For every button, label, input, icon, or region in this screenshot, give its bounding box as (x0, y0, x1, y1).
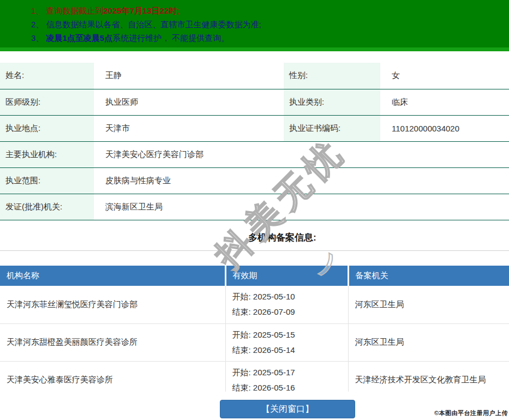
query-result-page: 1、 查询数据截止到2025年7月13日22时; 2、 信息数据结果以各省、自治… (0, 0, 509, 420)
notice-1-suffix: ; (177, 6, 179, 15)
validity-start: 开始: 2025-05-10 (232, 289, 348, 304)
field-value-cert-code: 110120000034020 (380, 115, 509, 141)
notice-1-bold: 2025年7月13日22时 (104, 6, 177, 15)
field-label-name: 姓名: (0, 63, 94, 89)
table-row: 天津河东菲丝澜玺悦医疗美容门诊部 开始: 2025-05-10 结束: 2026… (0, 286, 509, 323)
notice-3-text: 3、 (31, 33, 46, 43)
divider-line (0, 250, 509, 251)
table-row: 执业地点: 天津市 执业证书编码: 110120000034020 (0, 115, 509, 141)
field-value-name: 王静 (94, 63, 284, 89)
field-label-level: 医师级别: (0, 89, 94, 115)
notice-line-3: 3、 凌晨1点至凌晨5点系统进行维护， 不能提供查询。 (31, 31, 509, 45)
banner-bottom-strip (0, 47, 509, 51)
table-row: 执业范围: 皮肤病与性病专业 (0, 167, 509, 194)
field-label-location: 执业地点: (0, 115, 94, 141)
doctor-info-table: 姓名: 王静 性别: 女 医师级别: 执业医师 执业类别: 临床 执业地点: 天… (0, 63, 509, 220)
filing-table: 机构名称 有效期 备案机关 天津河东菲丝澜玺悦医疗美容门诊部 开始: 2025-… (0, 266, 509, 392)
filing-table-container: 机构名称 有效期 备案机关 天津河东菲丝澜玺悦医疗美容门诊部 开始: 2025-… (0, 266, 509, 392)
notice-3-bold: 凌晨1点至凌晨5点 (46, 33, 113, 43)
validity-period: 开始: 2025-05-15 结束: 2026-05-14 (225, 323, 348, 361)
upload-credit-text: ©本图由平台注册用户上传 (434, 409, 508, 417)
field-value-gender: 女 (380, 63, 509, 89)
filing-authority: 河东区卫生局 (348, 286, 509, 323)
notice-2-text: 2、 信息数据结果以各省、自治区、直辖市卫生健康委数据为准; (31, 20, 261, 29)
institution-name: 天津美安心雅泰医疗美容诊所 (0, 361, 225, 392)
table-row: 天津河东甜橙盈美丽颜医疗美容诊所 开始: 2025-05-15 结束: 2026… (0, 323, 509, 361)
validity-period: 开始: 2025-05-10 结束: 2026-07-09 (225, 286, 348, 323)
field-label-cert-code: 执业证书编码: (284, 115, 380, 141)
field-value-location: 天津市 (94, 115, 284, 141)
notice-banner: 1、 查询数据截止到2025年7月13日22时; 2、 信息数据结果以各省、自治… (0, 0, 509, 51)
filing-authority: 河东区卫生局 (348, 323, 509, 361)
field-label-issuing-authority: 发证(批准)机关: (0, 194, 94, 220)
close-window-button[interactable]: 【关闭窗口】 (220, 400, 355, 418)
field-label-main-institution: 主要执业机构: (0, 141, 94, 167)
field-label-category: 执业类别: (284, 89, 380, 115)
field-value-level: 执业医师 (94, 89, 284, 115)
validity-end: 结束: 2026-07-09 (232, 304, 348, 320)
field-value-issuing-authority: 滨海新区卫生局 (94, 194, 509, 220)
col-header-authority: 备案机关 (348, 266, 509, 286)
col-header-validity: 有效期 (225, 266, 348, 286)
table-row: 医师级别: 执业医师 执业类别: 临床 (0, 89, 509, 115)
table-row: 姓名: 王静 性别: 女 (0, 63, 509, 89)
validity-period: 开始: 2025-05-17 结束: 2026-05-16 (225, 361, 348, 392)
field-value-category: 临床 (380, 89, 509, 115)
multi-institution-heading: 多机构备案信息: (248, 231, 316, 244)
field-value-scope: 皮肤病与性病专业 (94, 167, 509, 194)
table-row: 发证(批准)机关: 滨海新区卫生局 (0, 194, 509, 220)
institution-name: 天津河东菲丝澜玺悦医疗美容门诊部 (0, 286, 225, 323)
validity-end: 结束: 2026-05-14 (232, 343, 348, 358)
validity-start: 开始: 2025-05-17 (232, 365, 348, 380)
institution-name: 天津河东甜橙盈美丽颜医疗美容诊所 (0, 323, 225, 361)
field-label-gender: 性别: (284, 63, 380, 89)
table-row: 主要执业机构: 天津美安心医疗美容门诊部 (0, 141, 509, 167)
table-row: 天津美安心雅泰医疗美容诊所 开始: 2025-05-17 结束: 2026-05… (0, 361, 509, 392)
notice-line-1: 1、 查询数据截止到2025年7月13日22时; (31, 4, 509, 17)
validity-end: 结束: 2026-05-16 (232, 380, 348, 392)
filing-authority: 天津经济技术开发区文化教育卫生局 (348, 361, 509, 392)
filing-table-header-row: 机构名称 有效期 备案机关 (0, 266, 509, 286)
notice-3-suffix: 系统进行维护， 不能提供查询。 (112, 33, 229, 43)
validity-start: 开始: 2025-05-15 (232, 327, 348, 343)
col-header-institution: 机构名称 (0, 266, 225, 286)
notice-line-2: 2、 信息数据结果以各省、自治区、直辖市卫生健康委数据为准; (31, 17, 509, 31)
field-value-main-institution: 天津美安心医疗美容门诊部 (94, 141, 509, 167)
field-label-scope: 执业范围: (0, 167, 94, 194)
notice-1-text: 1、 查询数据截止到 (31, 6, 104, 15)
